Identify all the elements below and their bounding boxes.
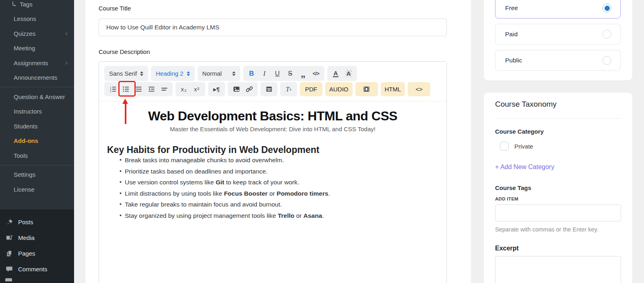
divider	[495, 118, 621, 119]
course-description-label: Course Description	[99, 48, 150, 55]
radio-unselected-icon[interactable]	[603, 56, 611, 65]
sidebar-item-question-answer[interactable]: Question & Answer	[0, 89, 74, 104]
sidebar-item-assignments[interactable]: Assignments›	[0, 56, 74, 70]
pricing-option-paid[interactable]: Paid	[495, 24, 621, 45]
audio-button[interactable]: AUDIO	[328, 82, 350, 96]
wp-admin-sidebar: Tags Lessons Quizzes› Meeting Assignment…	[0, 0, 74, 283]
sidebar-divider	[0, 87, 74, 87]
sidebar-item-lessons[interactable]: Lessons	[0, 12, 74, 27]
course-title-input[interactable]	[99, 19, 447, 36]
comments-icon	[5, 265, 14, 273]
radio-selected-icon[interactable]	[603, 4, 611, 12]
sidebar-item-addons[interactable]: Add-ons	[0, 134, 74, 149]
content-heading1: Web Development Basics: HTML and CSS	[107, 108, 438, 124]
wp-main-menu: Posts Media Pages Comments	[0, 209, 74, 283]
editor-content[interactable]: Web Development Basics: HTML and CSS Mas…	[99, 108, 446, 221]
sidebar-item-meeting[interactable]: Meeting	[0, 41, 74, 56]
list-item: Take regular breaks to maintain focus an…	[125, 199, 438, 210]
code-block-button[interactable]: <>	[410, 82, 428, 96]
italic-button[interactable]: I	[258, 66, 270, 81]
font-family-select[interactable]: Sans Serif	[104, 66, 148, 81]
sidebar-item-posts[interactable]: Posts	[0, 214, 74, 230]
underline-button[interactable]: U	[271, 66, 283, 81]
outdent-icon	[135, 85, 142, 93]
bold-button[interactable]: B	[246, 66, 258, 81]
sidebar-item-label: Quizzes	[14, 30, 35, 37]
list-item: Prioritize tasks based on deadlines and …	[125, 166, 438, 177]
tags-help-text: Separate with commas or the Enter key.	[495, 226, 599, 233]
sidebar-item-quizzes[interactable]: Quizzes›	[0, 26, 74, 41]
media-icon	[5, 234, 14, 242]
sidebar-divider	[0, 165, 74, 165]
heading-select[interactable]: Heading 2	[151, 66, 194, 81]
strikethrough-button[interactable]: S	[284, 66, 296, 81]
select-arrows-icon	[140, 71, 143, 76]
sidebar-item-settings[interactable]: Settings	[0, 167, 74, 182]
sidebar-item-label: Meeting	[14, 45, 35, 52]
sidebar-item-tags[interactable]: Tags	[0, 0, 74, 12]
indent-button[interactable]	[145, 82, 157, 96]
content-bullet-list: Break tasks into manageable chunks to av…	[107, 155, 438, 221]
chevron-right-icon: ›	[65, 29, 68, 37]
clear-format-button[interactable]: Tx	[283, 82, 295, 96]
sidebar-item-pages[interactable]: Pages	[0, 246, 74, 261]
pdf-button[interactable]: PDF	[302, 82, 320, 96]
ordered-list-button[interactable]: 123	[107, 82, 119, 96]
sidebar-item-label: Announcements	[14, 74, 57, 81]
insert-table-button[interactable]	[263, 82, 275, 96]
sidebar-item-comments[interactable]: Comments	[0, 261, 74, 277]
pricing-option-label: Paid	[505, 31, 518, 38]
category-option-private[interactable]: Private	[500, 142, 533, 151]
annotation-arrow-shaft	[125, 103, 126, 124]
subscript-button[interactable]: x₂	[178, 82, 190, 96]
sidebar-item-label: Pages	[18, 250, 35, 257]
insert-image-button[interactable]	[230, 82, 242, 96]
sidebar-item-announcements[interactable]: Announcements	[0, 70, 74, 85]
academy-submenu: Tags Lessons Quizzes› Meeting Assignment…	[0, 0, 74, 209]
sidebar-item-instructors[interactable]: Instructors	[0, 104, 74, 119]
size-select[interactable]: Normal	[198, 66, 240, 81]
pricing-option-public[interactable]: Public	[495, 50, 621, 71]
inline-code-button[interactable]: </>	[310, 66, 322, 81]
sidebar-item-students[interactable]: Students	[0, 119, 74, 134]
sidebar-item-label: Lessons	[14, 15, 36, 22]
course-title-label: Course Title	[99, 5, 131, 12]
sidebar-item-label: Posts	[18, 219, 33, 225]
taxonomy-title: Course Taxonomy	[495, 100, 557, 109]
checkbox-unchecked-icon[interactable]	[500, 142, 509, 151]
text-direction-button[interactable]: ▸¶	[211, 82, 223, 96]
video-button[interactable]	[358, 82, 376, 96]
ordered-list-icon: 123	[109, 85, 117, 93]
background-color-button[interactable]: A	[343, 66, 355, 81]
superscript-button[interactable]: x²	[191, 82, 203, 96]
chevron-right-icon: ›	[65, 59, 68, 67]
background-color-icon: A	[345, 70, 352, 77]
text-color-button[interactable]: A	[330, 66, 342, 81]
category-option-label: Private	[514, 143, 533, 150]
insert-link-button[interactable]	[243, 82, 255, 96]
sidebar-item-label: License	[14, 186, 35, 193]
pricing-option-free[interactable]: Free	[495, 0, 621, 19]
radio-unselected-icon[interactable]	[603, 30, 611, 39]
list-item: Stay organized by using project manageme…	[125, 210, 438, 221]
blockquote-button[interactable]: „	[297, 66, 309, 81]
sidebar-item-label: Instructors	[14, 108, 42, 115]
partial-menu-icon	[5, 278, 12, 281]
pages-icon	[5, 250, 14, 257]
image-icon	[233, 85, 240, 93]
html-button[interactable]: HTML	[383, 82, 403, 96]
line-height-button[interactable]	[158, 82, 170, 96]
excerpt-textarea[interactable]	[495, 256, 621, 283]
content-heading2: Key Habits for Productivity in Web Devel…	[107, 145, 438, 155]
sidebar-item-tools[interactable]: Tools	[0, 148, 74, 163]
add-item-label: ADD ITEM	[495, 196, 518, 201]
sidebar-item-label: Media	[18, 234, 35, 241]
add-new-category-link[interactable]: + Add New Category	[495, 163, 554, 171]
list-item: Use version control systems like Git to …	[125, 177, 438, 188]
tags-input[interactable]	[495, 205, 621, 221]
sidebar-item-license[interactable]: License	[0, 182, 74, 197]
indent-corner-icon	[11, 1, 17, 7]
academy-lms-course-edit-screen: Tags Lessons Quizzes› Meeting Assignment…	[0, 0, 644, 283]
sidebar-item-media[interactable]: Media	[0, 230, 74, 246]
sidebar-item-label: Comments	[18, 266, 47, 273]
